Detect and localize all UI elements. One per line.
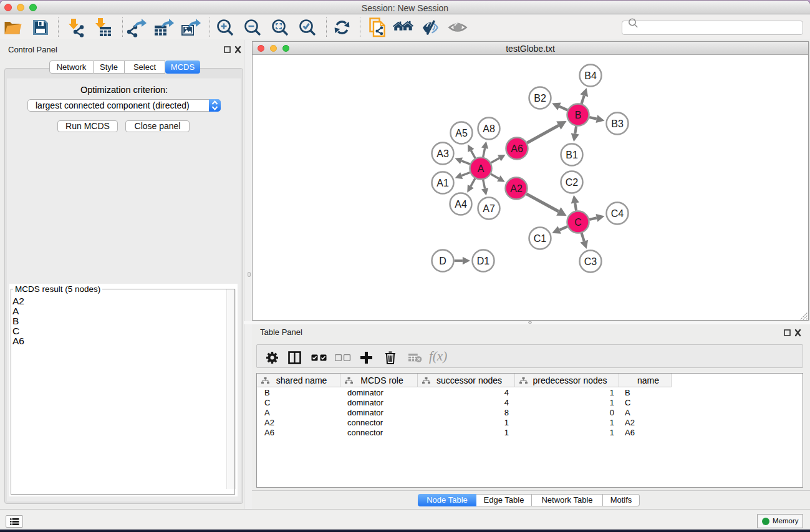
svg-text:D: D [439,256,446,266]
svg-text:C1: C1 [534,233,547,244]
svg-text:B3: B3 [611,118,624,129]
svg-text:C4: C4 [611,208,624,219]
svg-text:A1: A1 [436,178,449,188]
svg-text:A: A [478,163,485,174]
svg-text:A2: A2 [510,183,523,194]
svg-text:A3: A3 [436,148,449,159]
svg-text:A5: A5 [455,128,468,138]
svg-text:A8: A8 [483,123,495,134]
svg-text:D1: D1 [477,256,490,266]
svg-text:C: C [574,217,582,228]
svg-text:C2: C2 [566,177,579,188]
svg-text:B1: B1 [566,150,578,160]
svg-text:A4: A4 [455,199,467,210]
svg-text:A7: A7 [483,203,495,214]
svg-text:C3: C3 [584,256,597,267]
svg-text:A6: A6 [511,143,523,154]
svg-text:B2: B2 [534,93,546,104]
svg-text:B: B [575,110,582,120]
svg-text:B4: B4 [584,70,597,81]
